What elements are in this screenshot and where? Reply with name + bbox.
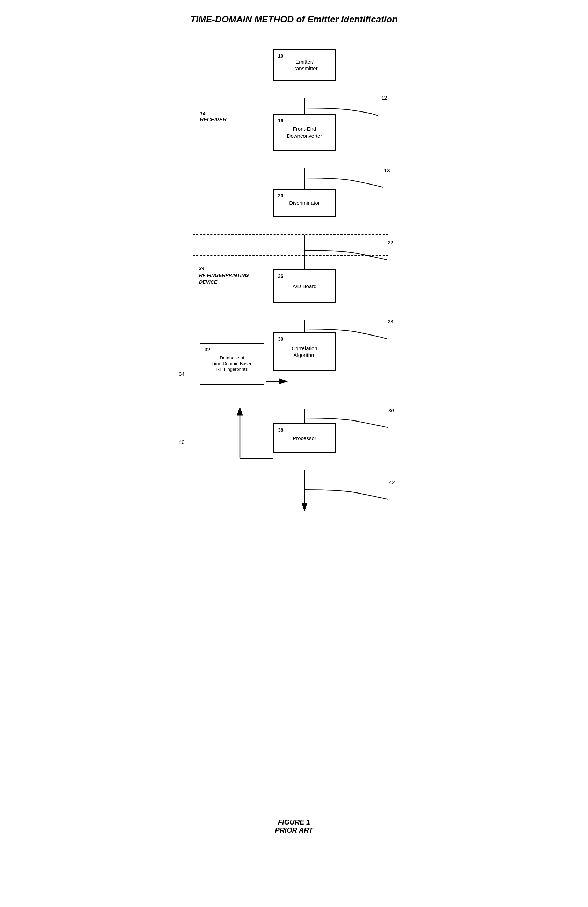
box-processor: 38 Processor — [273, 423, 336, 453]
box-database: 32 Database of Time-Domain Based RF Fing… — [200, 343, 264, 385]
ref-28: 28 — [388, 319, 393, 324]
ref-22: 22 — [388, 239, 393, 245]
box-frontend: 16 Front-End Downconverter — [273, 114, 336, 151]
page-title: TIME-DOMAIN METHOD of Emitter Identifica… — [190, 14, 398, 25]
box-discriminator: 20 Discriminator — [273, 189, 336, 217]
receiver-label: 14 RECEIVER — [200, 111, 227, 122]
ref-36: 36 — [388, 407, 394, 413]
figure-caption: FIGURE 1 PRIOR ART — [275, 818, 313, 834]
ref-34: 34 — [179, 371, 185, 377]
page: TIME-DOMAIN METHOD of Emitter Identifica… — [137, 14, 451, 834]
rf-fingerprinting-label: 24 RF FINGERPRINTING DEVICE — [199, 265, 249, 286]
diagram: 14 RECEIVER 24 RF FINGERPRINTING DEVICE … — [158, 39, 430, 808]
ref-18: 18 — [384, 167, 390, 173]
ref-40: 40 — [179, 439, 185, 445]
ref-42: 42 — [389, 479, 395, 485]
box-correlation: 30 Correlation Algorithm — [273, 332, 336, 371]
box-ad-board: 26 A/D Board — [273, 269, 336, 303]
box-emitter: 10 Emitter/ Transmitter — [273, 49, 336, 81]
ref-12: 12 — [381, 95, 387, 101]
